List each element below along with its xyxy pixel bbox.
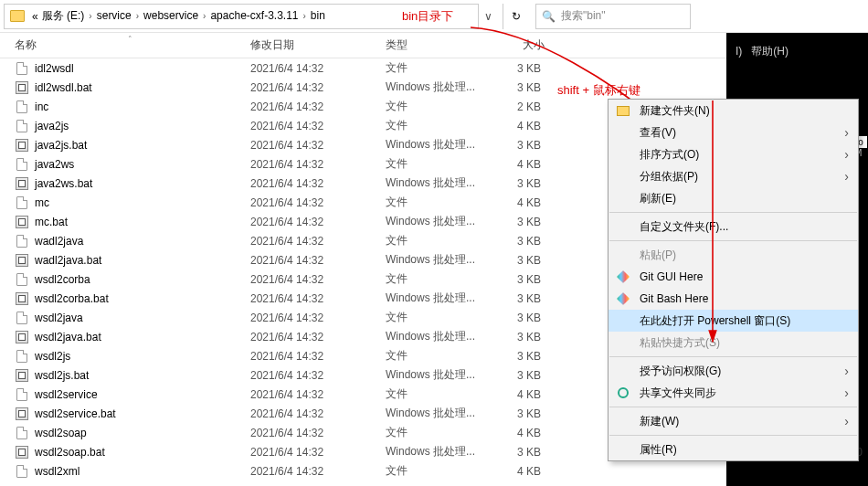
table-row[interactable]: idl2wsdl2021/6/4 14:32文件3 KB [0,58,566,78]
crumb[interactable]: apache-cxf-3.3.11 [210,9,298,22]
crumb[interactable]: service [97,9,132,22]
menu-item[interactable]: 授予访问权限(G) [609,360,858,382]
menu-item[interactable]: 排序方式(O) [609,143,858,165]
chevron-right-icon: › [203,11,206,21]
file-size: 3 KB [499,235,541,248]
file-size: 3 KB [499,331,541,343]
annotation-shift-rclick: shift + 鼠标右键 [557,82,640,99]
menu-item[interactable]: 属性(R) [609,438,858,460]
menu-item-label: 刷新(E) [640,191,676,206]
menu-help[interactable]: 帮助(H) [751,45,789,58]
file-type: 文件 [386,233,499,248]
file-size: 3 KB [499,62,541,75]
file-type: Windows 批处理... [386,79,499,95]
col-size[interactable]: 大小 [499,37,545,53]
menu-item[interactable]: Git GUI Here [609,266,858,288]
table-row[interactable]: wadl2java.bat2021/6/4 14:32Windows 批处理..… [0,250,566,269]
file-date: 2021/6/4 14:32 [250,81,386,94]
menu-item-label: 授予访问权限(G) [640,364,721,379]
menu-item-label: 粘贴快捷方式(S) [640,335,720,351]
menu-item[interactable]: 刷新(E) [609,187,858,209]
share-icon [616,386,630,400]
file-size: 4 KB [499,120,541,132]
file-type: Windows 批处理... [386,214,499,229]
table-row[interactable]: java2ws2021/6/4 14:32文件4 KB [0,154,566,174]
crumb[interactable]: 服务 (E:) [42,9,85,22]
crumb[interactable]: bin [311,9,325,22]
menu-item[interactable]: 共享文件夹同步 [609,382,858,404]
file-type: 文件 [386,348,499,364]
file-name: mc.bat [35,216,250,228]
menu-item-label: 在此处打开 Powershell 窗口(S) [640,313,790,329]
chevron-down-icon[interactable]: ∨ [479,10,497,23]
menu-separator [609,240,857,241]
menu-item[interactable]: 分组依据(P) [609,165,858,187]
file-name: wsdl2service.bat [35,407,250,420]
table-row[interactable]: inc2021/6/4 14:32文件2 KB [0,97,566,116]
file-name: wsdl2xml [35,465,250,478]
file-icon [15,119,29,133]
file-icon [15,234,29,248]
table-row[interactable]: wsdl2xml2021/6/4 14:32文件4 KB [0,461,566,481]
table-row[interactable]: mc2021/6/4 14:32文件4 KB [0,193,566,212]
file-date: 2021/6/4 14:32 [250,139,386,152]
file-date: 2021/6/4 14:32 [250,407,386,420]
table-row[interactable]: wsdl2js.bat2021/6/4 14:32Windows 批处理...3… [0,365,566,385]
table-row[interactable]: wsdl2corba.bat2021/6/4 14:32Windows 批处理.… [0,289,566,308]
menu-item-label: 新建文件夹(N) [640,103,710,119]
menu-item[interactable]: 查看(V) [609,122,858,143]
menu-item-label: 属性(R) [640,442,677,458]
file-name: java2ws [35,158,250,171]
file-name: wsdl2corba [35,273,250,286]
menu-separator [609,407,857,407]
file-name: idl2wsdl.bat [35,81,250,94]
file-name: wadl2java.bat [35,254,250,267]
file-date: 2021/6/4 14:32 [250,216,386,228]
file-date: 2021/6/4 14:32 [250,177,386,190]
table-row[interactable]: wadl2java2021/6/4 14:32文件3 KB [0,231,566,250]
menu-item[interactable]: 自定义文件夹(F)... [609,216,858,238]
file-type: Windows 批处理... [386,329,499,344]
table-row[interactable]: java2js.bat2021/6/4 14:32Windows 批处理...3… [0,135,566,154]
menu-item[interactable]: 新建(W) [609,410,858,432]
table-row[interactable]: wsdl2java2021/6/4 14:32文件3 KB [0,308,566,327]
col-date[interactable]: 修改日期 [250,37,386,53]
table-row[interactable]: idl2wsdl.bat2021/6/4 14:32Windows 批处理...… [0,78,566,97]
batch-file-icon [15,445,29,460]
file-icon [15,387,29,402]
file-type: 文件 [386,425,499,440]
menu-item[interactable]: 新建文件夹(N) [609,100,858,122]
table-row[interactable]: wsdl2java.bat2021/6/4 14:32Windows 批处理..… [0,327,566,346]
file-date: 2021/6/4 14:32 [250,369,386,382]
table-row[interactable]: wsdl2soap.bat2021/6/4 14:32Windows 批处理..… [0,442,566,461]
table-row[interactable]: java2ws.bat2021/6/4 14:32Windows 批处理...3… [0,174,566,193]
file-size: 4 KB [499,196,541,209]
refresh-button[interactable]: ↻ [503,4,528,29]
menu-item[interactable]: 在此处打开 Powershell 窗口(S) [609,310,858,332]
file-date: 2021/6/4 14:32 [250,100,386,113]
sort-indicator-icon: ˄ [128,35,132,44]
table-row[interactable]: wsdl2js2021/6/4 14:32文件3 KB [0,346,566,365]
table-row[interactable]: wsdl2corba2021/6/4 14:32文件3 KB [0,269,566,289]
file-type: Windows 批处理... [386,406,499,421]
file-size: 3 KB [499,254,541,267]
col-name[interactable]: 名称 [15,37,250,53]
file-name: wsdl2soap.bat [35,446,250,459]
table-row[interactable]: java2js2021/6/4 14:32文件4 KB [0,116,566,135]
table-row[interactable]: wsdl2service.bat2021/6/4 14:32Windows 批处… [0,404,566,423]
crumb[interactable]: webservice [143,9,198,22]
menu-item[interactable]: Git Bash Here [609,288,858,310]
table-row[interactable]: wsdl2soap2021/6/4 14:32文件4 KB [0,423,566,442]
file-name: wsdl2service [35,388,250,401]
batch-file-icon [15,368,29,383]
file-icon [15,464,29,479]
search-placeholder: 搜索"bin" [561,8,606,24]
search-input[interactable]: 🔍 搜索"bin" [535,4,691,29]
folder-icon [10,10,25,22]
table-row[interactable]: mc.bat2021/6/4 14:32Windows 批处理...3 KB [0,212,566,231]
file-name: wsdl2soap [35,427,250,439]
file-size: 4 KB [499,388,541,401]
table-row[interactable]: wsdl2service2021/6/4 14:32文件4 KB [0,385,566,404]
col-type[interactable]: 类型 [386,37,499,53]
file-date: 2021/6/4 14:32 [250,158,386,171]
